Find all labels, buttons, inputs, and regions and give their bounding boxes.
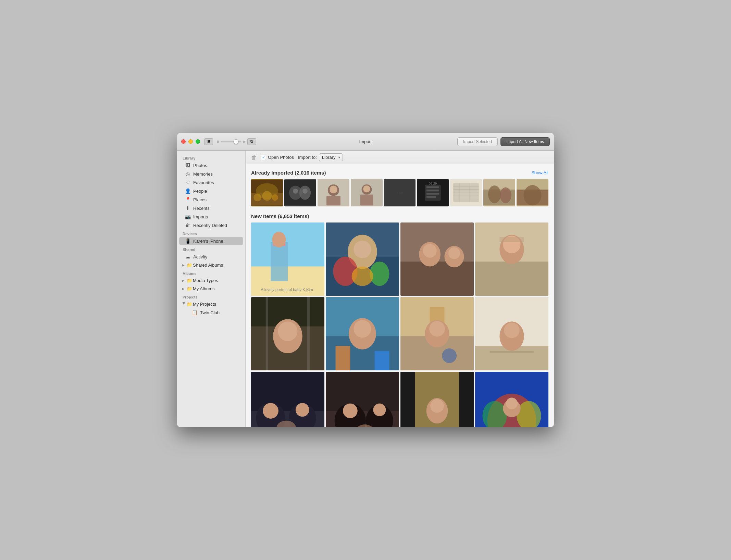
device-name: Karen's iPhone — [193, 239, 238, 244]
sidebar-item-places[interactable]: 📍 Places — [179, 195, 243, 204]
svg-rect-17 — [360, 195, 373, 206]
svg-text:08:29: 08:29 — [429, 182, 437, 185]
svg-rect-107 — [400, 372, 415, 427]
places-icon: 📍 — [185, 197, 191, 202]
twin-club-icon: 📋 — [191, 310, 198, 315]
new-item-photo-3[interactable] — [400, 222, 474, 296]
content-area: 🗑 ✓ Open Photos Import to: Library Alrea… — [246, 151, 554, 427]
sidebar-item-shared-albums[interactable]: ▶ 📁 Shared Albums — [179, 261, 243, 269]
svg-point-48 — [272, 232, 286, 247]
svg-rect-67 — [499, 237, 524, 242]
sidebar-item-photos[interactable]: 🖼 Photos — [179, 161, 243, 169]
zoom-slider[interactable]: ⊖ ⊕ — [216, 140, 245, 143]
import-selected-button[interactable]: Import Selected — [457, 137, 498, 146]
svg-point-40 — [500, 187, 511, 203]
slider-thumb[interactable] — [234, 139, 238, 144]
svg-rect-46 — [271, 242, 288, 281]
svg-point-5 — [272, 194, 278, 201]
svg-point-39 — [488, 186, 501, 203]
new-item-photo-6[interactable] — [326, 297, 399, 370]
new-item-photo-8[interactable] — [475, 297, 548, 370]
app-window: ⊞ ⊖ ⊕ ⧉ Import Import Selected Import Al… — [177, 133, 554, 427]
sidebar-item-favourites[interactable]: ♡ Favourites — [179, 178, 243, 187]
svg-rect-64 — [475, 262, 548, 296]
svg-point-53 — [354, 241, 371, 258]
minimize-button[interactable] — [188, 139, 193, 144]
svg-point-56 — [352, 266, 373, 286]
photos-icon: 🖼 — [185, 163, 191, 168]
places-label: Places — [193, 197, 238, 202]
import-to-group: Import to: Library — [298, 153, 343, 161]
already-imported-photo-8[interactable] — [483, 179, 515, 206]
sidebar-toggle-button[interactable]: ⊞ — [204, 138, 213, 145]
sidebar: Library 🖼 Photos ◎ Memories ♡ Favourites… — [177, 151, 246, 427]
sidebar-item-activity[interactable]: ☁ Activity — [179, 253, 243, 261]
my-projects-label: My Projects — [193, 302, 216, 307]
new-item-photo-9[interactable] — [251, 372, 324, 427]
device-icon: 📱 — [185, 238, 191, 244]
sidebar-item-recents[interactable]: ⬇ Recents — [179, 204, 243, 212]
sidebar-item-my-projects[interactable]: ▶ 📁 My Projects — [179, 300, 243, 308]
imports-label: Imports — [193, 214, 238, 219]
open-photos-label: Open Photos — [268, 155, 294, 160]
recently-deleted-icon: 🗑 — [185, 222, 191, 228]
svg-point-71 — [278, 321, 297, 341]
toolbar-trash-icon[interactable]: 🗑 — [251, 154, 257, 161]
svg-point-62 — [448, 247, 460, 259]
sidebar-item-twin-club[interactable]: 📋 Twin Club — [179, 308, 243, 317]
svg-point-14 — [330, 186, 337, 193]
sidebar-item-my-albums[interactable]: ▶ 📁 My Albums — [179, 285, 243, 293]
projects-section-header: Projects — [177, 293, 245, 300]
import-to-label: Import to: — [298, 155, 317, 160]
new-item-photo-12[interactable] — [475, 372, 548, 427]
already-imported-photo-5[interactable]: ··· — [384, 179, 416, 206]
new-item-photo-5[interactable] — [251, 297, 324, 370]
svg-text:···: ··· — [397, 188, 403, 197]
new-item-photo-7[interactable] — [400, 297, 474, 370]
sidebar-item-memories[interactable]: ◎ Memories — [179, 170, 243, 178]
new-item-photo-11[interactable] — [400, 372, 474, 427]
sidebar-item-recently-deleted[interactable]: 🗑 Recently Deleted — [179, 221, 243, 229]
new-items-grid: A lovely portrait of baby K,Kim — [251, 222, 548, 427]
import-all-button[interactable]: Import All New Items — [500, 137, 550, 146]
view-toggle-button[interactable]: ⧉ — [247, 138, 256, 145]
zoom-in-icon: ⊕ — [243, 140, 245, 143]
svg-point-3 — [253, 194, 261, 201]
new-item-photo-4[interactable] — [475, 222, 548, 296]
sidebar-item-people[interactable]: 👤 People — [179, 187, 243, 195]
svg-rect-25 — [426, 193, 439, 195]
media-types-arrow: ▶ — [182, 279, 186, 282]
sidebar-item-device[interactable]: 📱 Karen's iPhone — [179, 237, 243, 245]
import-to-dropdown[interactable]: Library — [319, 153, 343, 161]
svg-point-110 — [430, 399, 444, 413]
activity-label: Activity — [193, 254, 238, 259]
svg-rect-78 — [336, 346, 350, 370]
maximize-button[interactable] — [196, 139, 200, 144]
already-imported-photo-4[interactable] — [351, 179, 383, 206]
already-imported-photo-2[interactable] — [284, 179, 316, 206]
twin-club-label: Twin Club — [200, 310, 238, 315]
photo-area[interactable]: Already Imported (2,016 items) Show All — [246, 164, 554, 427]
open-photos-checkbox-group[interactable]: ✓ Open Photos — [261, 155, 294, 160]
already-imported-photo-6[interactable]: 08:29 — [417, 179, 449, 206]
show-all-link[interactable]: Show All — [531, 170, 548, 175]
new-item-photo-1[interactable]: A lovely portrait of baby K,Kim — [251, 222, 324, 296]
people-icon: 👤 — [185, 188, 191, 194]
media-types-icon: 📁 — [187, 278, 192, 283]
view-icon: ⧉ — [250, 139, 253, 144]
svg-point-103 — [373, 404, 386, 416]
new-item-photo-10[interactable] — [326, 372, 399, 427]
close-button[interactable] — [181, 139, 186, 144]
sidebar-item-imports[interactable]: 📷 Imports — [179, 213, 243, 221]
already-imported-header: Already Imported (2,016 items) Show All — [251, 170, 548, 176]
already-imported-photo-7[interactable] — [450, 179, 482, 206]
already-imported-photo-3[interactable] — [318, 179, 349, 206]
already-imported-photo-1[interactable] — [251, 179, 283, 206]
open-photos-checkbox[interactable]: ✓ — [261, 155, 266, 160]
new-item-photo-2[interactable] — [326, 222, 399, 296]
already-imported-photo-9[interactable] — [517, 179, 548, 206]
svg-rect-58 — [400, 262, 474, 296]
sidebar-item-media-types[interactable]: ▶ 📁 Media Types — [179, 277, 243, 284]
slider-track[interactable] — [221, 141, 241, 142]
devices-section-header: Devices — [177, 230, 245, 237]
